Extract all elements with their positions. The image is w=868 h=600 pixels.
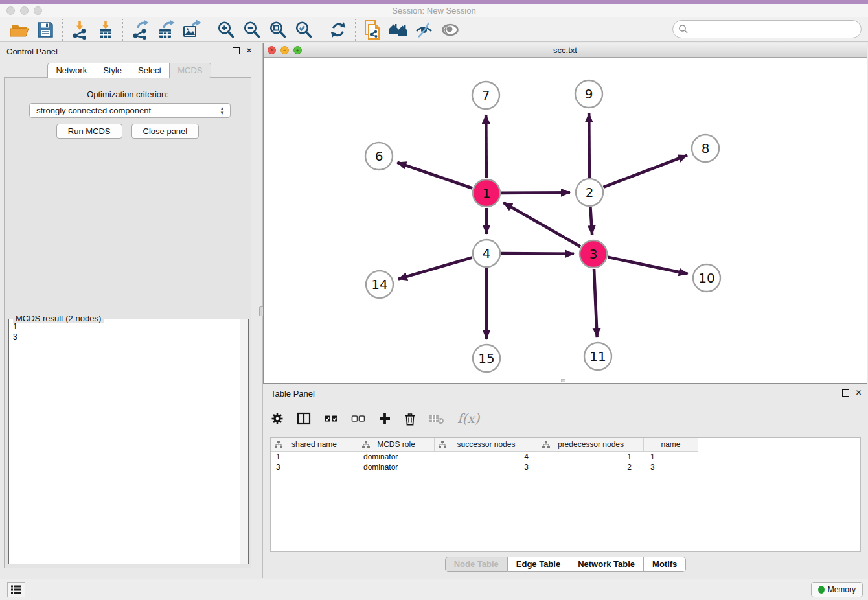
table-cell[interactable]: 2 — [538, 462, 644, 472]
tab-motifs[interactable]: Motifs — [644, 557, 686, 572]
edge-4-3[interactable] — [501, 253, 574, 254]
zoom-out-button[interactable] — [239, 19, 265, 41]
table-panel-title: Table Panel — [271, 389, 315, 398]
open-session-button[interactable] — [6, 19, 32, 41]
edge-4-14[interactable] — [398, 257, 472, 279]
export-table-icon — [156, 20, 176, 40]
network-window-title: scc.txt — [264, 45, 867, 55]
import-network-button[interactable] — [67, 19, 93, 41]
import-table-button[interactable] — [93, 19, 119, 41]
table-cell[interactable]: 1 — [644, 452, 698, 462]
close-panel-icon[interactable]: ✕ — [245, 47, 253, 55]
table-cell[interactable]: 1 — [538, 452, 644, 462]
node-table[interactable]: shared nameMCDS rolesuccessor nodesprede… — [270, 437, 861, 552]
table-cell[interactable]: dominator — [358, 462, 435, 472]
tab-mcds[interactable]: MCDS — [170, 63, 211, 78]
edge-2-3[interactable] — [590, 207, 592, 235]
memory-button[interactable]: Memory — [811, 582, 863, 597]
table-cell[interactable]: 1 — [271, 452, 358, 462]
float-table-panel-icon[interactable] — [842, 389, 849, 397]
graph-node-label-7: 7 — [482, 87, 490, 103]
table-cell[interactable]: dominator — [358, 452, 435, 462]
hide-selected-button[interactable] — [411, 19, 437, 41]
export-image-icon — [182, 20, 201, 40]
zoom-selected-button[interactable] — [291, 19, 317, 41]
home-button[interactable] — [385, 19, 411, 41]
table-cell[interactable]: 3 — [644, 462, 698, 472]
mcds-result-list[interactable]: 13 — [9, 319, 240, 564]
column-header-name[interactable]: name — [644, 438, 698, 452]
network-from-file-button[interactable] — [360, 19, 385, 41]
zoom-in-button[interactable] — [213, 19, 239, 41]
column-header-MCDS-role[interactable]: MCDS role — [358, 438, 435, 452]
edge-1-6[interactable] — [397, 163, 472, 189]
search-box[interactable] — [672, 20, 862, 38]
import-network-icon — [70, 20, 89, 40]
edge-1-7[interactable] — [486, 115, 486, 178]
export-image-button[interactable] — [179, 19, 205, 41]
optimization-criterion-select[interactable]: strongly connected component ▲▼ — [29, 103, 231, 118]
control-panel-title: Control Panel — [6, 47, 58, 56]
zoom-fit-button[interactable] — [265, 19, 291, 41]
edge-2-9[interactable] — [589, 113, 589, 178]
close-table-panel-icon[interactable]: ✕ — [854, 389, 863, 397]
toolbar-separator — [209, 19, 209, 41]
column-header-shared-name[interactable]: shared name — [271, 438, 358, 452]
edge-2-8[interactable] — [604, 156, 687, 187]
table-cell[interactable]: 3 — [435, 462, 538, 472]
edge-3-11[interactable] — [594, 269, 597, 337]
search-input[interactable] — [689, 25, 861, 34]
function-builder-button[interactable]: f(x) — [457, 411, 479, 426]
select-all-button[interactable] — [324, 412, 338, 425]
close-panel-button[interactable]: Close panel — [131, 124, 200, 139]
export-table-button[interactable] — [153, 19, 179, 41]
table-row[interactable]: 3dominator323 — [271, 462, 860, 472]
task-history-button[interactable] — [7, 582, 25, 597]
table-cell[interactable]: 3 — [271, 462, 358, 472]
delete-column-button[interactable] — [404, 412, 416, 426]
mcds-result-box: MCDS result (2 nodes) 13 — [8, 319, 249, 564]
memory-status-icon — [818, 586, 825, 594]
network-canvas-svg[interactable]: 7968124314101511 — [264, 58, 867, 383]
graph-node-label-8: 8 — [702, 141, 710, 156]
export-network-icon — [130, 20, 150, 40]
zoom-out-icon — [242, 20, 262, 40]
column-sort-icon — [275, 441, 282, 448]
tab-style[interactable]: Style — [95, 63, 130, 78]
edge-3-10[interactable] — [608, 257, 688, 274]
settings-gear-button[interactable] — [271, 412, 284, 425]
tab-network[interactable]: Network — [47, 63, 95, 78]
run-mcds-button[interactable]: Run MCDS — [56, 124, 122, 139]
graph-node-label-3: 3 — [589, 246, 598, 262]
add-column-button[interactable] — [378, 412, 391, 425]
column-label: name — [661, 440, 680, 449]
network-window-titlebar[interactable]: ✕ − ＋ scc.txt — [264, 43, 867, 58]
export-network-button[interactable] — [127, 19, 153, 41]
mcds-result-scrollbar[interactable] — [240, 319, 248, 564]
mcds-result-line: 1 — [13, 321, 240, 332]
save-session-button[interactable] — [32, 19, 58, 41]
panel-divider[interactable] — [258, 43, 263, 578]
show-graphics-button[interactable] — [437, 19, 463, 41]
graph-node-label-9: 9 — [585, 86, 593, 102]
column-header-successor-nodes[interactable]: successor nodes — [435, 438, 538, 452]
graph-node-label-1: 1 — [483, 185, 491, 201]
edge-3-1[interactable] — [503, 203, 580, 247]
table-row[interactable]: 1dominator411 — [271, 452, 860, 462]
refresh-button[interactable] — [325, 19, 351, 41]
delete-table-button[interactable] — [429, 413, 444, 424]
tab-network-table[interactable]: Network Table — [569, 557, 644, 572]
table-cell[interactable]: 4 — [435, 452, 538, 462]
float-panel-icon[interactable] — [233, 47, 240, 54]
column-view-button[interactable] — [297, 412, 311, 425]
column-header-predecessor-nodes[interactable]: predecessor nodes — [538, 438, 644, 452]
tab-edge-table[interactable]: Edge Table — [508, 557, 569, 572]
deselect-all-button[interactable] — [351, 412, 365, 425]
tab-select[interactable]: Select — [130, 63, 170, 78]
table-toolbar: f(x) — [271, 405, 479, 432]
optimization-criterion-label: Optimization criterion: — [5, 89, 251, 99]
zoom-selected-icon — [294, 20, 314, 40]
edge-1-2[interactable] — [501, 192, 570, 193]
tab-node-table[interactable]: Node Table — [445, 557, 508, 572]
network-resize-grip[interactable] — [561, 379, 565, 382]
